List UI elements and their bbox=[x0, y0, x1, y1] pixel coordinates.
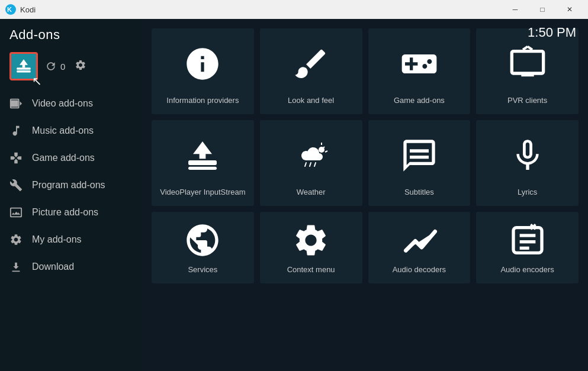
addon-manager-button[interactable]: ↖ bbox=[9, 52, 38, 80]
picture-icon bbox=[9, 206, 23, 219]
sidebar-item-download[interactable]: Download bbox=[0, 253, 142, 280]
grid-label-services: Services bbox=[188, 265, 217, 275]
grid-label-context-menu: Context menu bbox=[287, 265, 335, 275]
grid-label-audio-decoders: Audio decoders bbox=[393, 265, 446, 275]
paint-icon bbox=[292, 45, 330, 83]
grid-item-weather[interactable]: Weather bbox=[260, 120, 362, 206]
svg-rect-3 bbox=[17, 70, 30, 73]
svg-rect-6 bbox=[10, 101, 18, 107]
grid-item-services[interactable]: Services bbox=[152, 212, 254, 283]
refresh-button[interactable]: 0 bbox=[45, 60, 65, 72]
sidebar: Add-ons ↖ 0 bbox=[0, 19, 142, 371]
svg-line-14 bbox=[325, 151, 327, 152]
grid-label-game-add-ons: Game add-ons bbox=[394, 96, 445, 106]
sidebar-item-music-add-ons[interactable]: Music add-ons bbox=[0, 117, 142, 144]
svg-text:K: K bbox=[7, 6, 12, 13]
myaddon-icon bbox=[9, 233, 23, 246]
pvr-icon-container bbox=[509, 38, 547, 90]
gear-icon bbox=[75, 59, 86, 71]
svg-line-18 bbox=[310, 163, 311, 166]
list-icon bbox=[509, 221, 547, 259]
gamepad-icon-container bbox=[400, 38, 438, 90]
svg-marker-7 bbox=[20, 101, 22, 105]
subtitles-icon-container bbox=[400, 130, 438, 182]
grid-label-videoplayer-inputstream: VideoPlayer InputStream bbox=[160, 188, 245, 198]
info-icon-container bbox=[184, 38, 221, 90]
game-icon bbox=[9, 151, 23, 164]
lyrics-icon-container bbox=[509, 130, 547, 182]
grid-label-subtitles: Subtitles bbox=[404, 188, 434, 198]
svg-point-16 bbox=[319, 147, 324, 153]
cursor-icon: ↖ bbox=[32, 74, 42, 88]
list-icon-container bbox=[509, 221, 547, 259]
grid-item-pvr-clients[interactable]: PVR clients bbox=[476, 28, 579, 114]
sidebar-label-download: Download bbox=[32, 262, 74, 272]
sidebar-header: Add-ons bbox=[0, 19, 142, 49]
sidebar-label-game-add-ons: Game add-ons bbox=[32, 153, 95, 163]
grid-item-lyrics[interactable]: Lyrics bbox=[476, 120, 579, 206]
grid-item-game-add-ons[interactable]: Game add-ons bbox=[368, 28, 471, 114]
addon-grid: Information providers Look and feel bbox=[152, 28, 579, 283]
grid-label-lyrics: Lyrics bbox=[518, 188, 537, 198]
program-icon bbox=[9, 179, 23, 192]
grid-label-audio-encoders: Audio encoders bbox=[500, 265, 554, 275]
addon-toolbar: ↖ 0 bbox=[0, 49, 142, 90]
grid-item-audio-decoders[interactable]: Audio decoders bbox=[368, 212, 471, 283]
globe-icon-container bbox=[184, 221, 221, 259]
svg-line-19 bbox=[314, 163, 316, 166]
video-icon bbox=[9, 97, 23, 110]
grid-item-audio-encoders[interactable]: Audio encoders bbox=[476, 212, 579, 283]
minimize-button[interactable]: ─ bbox=[502, 0, 529, 19]
svg-marker-4 bbox=[20, 59, 28, 67]
clock-display: 1:50 PM bbox=[528, 25, 576, 40]
subtitles-icon bbox=[400, 137, 438, 175]
download-icon bbox=[9, 260, 23, 273]
titlebar-left: K Kodi bbox=[5, 4, 36, 15]
close-button[interactable]: ✕ bbox=[556, 0, 583, 19]
svg-line-17 bbox=[305, 163, 306, 166]
app-container: Add-ons ↖ 0 bbox=[0, 19, 588, 371]
weather-icon bbox=[292, 137, 330, 175]
grid-label-information-providers: Information providers bbox=[166, 96, 239, 106]
sidebar-label-program-add-ons: Program add-ons bbox=[32, 180, 105, 191]
grid-item-context-menu[interactable]: Context menu bbox=[260, 212, 362, 283]
grid-item-information-providers[interactable]: Information providers bbox=[152, 28, 254, 114]
app-title: Kodi bbox=[20, 5, 36, 14]
grid-item-videoplayer-inputstream[interactable]: VideoPlayer InputStream bbox=[152, 120, 254, 206]
titlebar: K Kodi ─ □ ✕ bbox=[0, 0, 588, 19]
weather-icon-container bbox=[292, 130, 330, 182]
grid-item-subtitles[interactable]: Subtitles bbox=[368, 120, 471, 206]
sidebar-label-picture-add-ons: Picture add-ons bbox=[32, 207, 98, 218]
heartbeat-icon-container bbox=[400, 221, 438, 259]
info-circle-icon bbox=[184, 45, 221, 83]
lyrics-mic-icon bbox=[509, 137, 547, 175]
gamepad-icon bbox=[400, 45, 438, 83]
sidebar-item-picture-add-ons[interactable]: Picture add-ons bbox=[0, 199, 142, 226]
sidebar-label-music-add-ons: Music add-ons bbox=[32, 125, 94, 136]
lookfeel-icon-container bbox=[292, 38, 330, 90]
grid-item-look-and-feel[interactable]: Look and feel bbox=[260, 28, 362, 114]
upload-tray-icon bbox=[184, 137, 221, 175]
maximize-button[interactable]: □ bbox=[529, 0, 556, 19]
svg-marker-12 bbox=[193, 141, 212, 159]
refresh-icon bbox=[45, 60, 57, 72]
grid-label-look-and-feel: Look and feel bbox=[288, 96, 334, 106]
svg-rect-10 bbox=[188, 160, 217, 165]
sidebar-item-video-add-ons[interactable]: Video add-ons bbox=[0, 90, 142, 117]
kodi-logo-icon: K bbox=[5, 4, 17, 15]
svg-rect-11 bbox=[188, 167, 217, 170]
window-controls: ─ □ ✕ bbox=[502, 0, 583, 19]
sidebar-item-game-add-ons[interactable]: Game add-ons bbox=[0, 144, 142, 172]
sidebar-label-my-add-ons: My add-ons bbox=[32, 234, 82, 245]
pending-count: 0 bbox=[60, 62, 65, 72]
sidebar-item-my-add-ons[interactable]: My add-ons bbox=[0, 226, 142, 253]
sidebar-item-program-add-ons[interactable]: Program add-ons bbox=[0, 172, 142, 199]
grid-label-pvr-clients: PVR clients bbox=[507, 96, 547, 106]
addon-manager-icon bbox=[15, 58, 32, 75]
music-icon bbox=[9, 124, 23, 137]
tv-icon bbox=[509, 45, 547, 83]
globe-icon bbox=[184, 221, 221, 259]
page-title: Add-ons bbox=[9, 27, 60, 43]
settings-button[interactable] bbox=[75, 59, 86, 74]
heartbeat-icon bbox=[400, 221, 438, 259]
